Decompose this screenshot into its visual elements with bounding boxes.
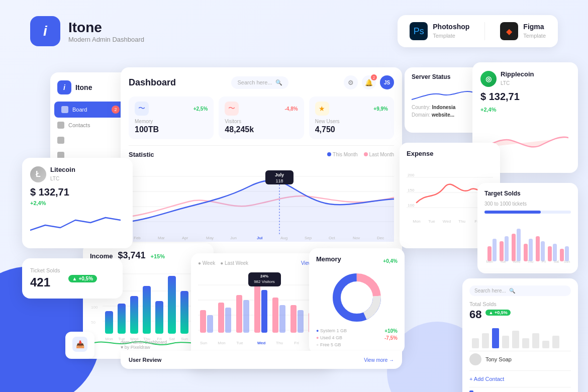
sidebar-logo-icon: i <box>57 80 71 94</box>
notification-icon[interactable]: 🔔 2 <box>362 75 376 89</box>
svg-text:Fri: Fri <box>542 260 546 263</box>
svg-rect-84 <box>236 295 242 333</box>
notif-badge: 2 <box>371 74 377 80</box>
contact-name: Tony Soap <box>485 356 512 362</box>
svg-text:Mon: Mon <box>413 219 421 224</box>
visitors-chart: 24% 982 Visitors Sun Mon Tue Wed Thu Fri… <box>198 270 325 350</box>
svg-rect-86 <box>254 285 260 333</box>
svg-text:Tue: Tue <box>236 341 243 345</box>
svg-text:982 Visitors: 982 Visitors <box>254 279 275 284</box>
svg-rect-66 <box>168 276 176 334</box>
visitors-week-label: ● Week <box>198 260 215 266</box>
svg-text:Feb: Feb <box>134 236 141 240</box>
target-progress-bar <box>484 211 571 214</box>
litecoin-change: +2,4% <box>30 200 125 206</box>
svg-rect-33 <box>493 239 497 261</box>
svg-rect-112 <box>522 338 529 348</box>
svg-rect-92 <box>279 305 285 333</box>
search-placeholder: Search here... <box>237 79 272 85</box>
svg-text:Wed: Wed <box>513 260 520 263</box>
ticket-change: ▲ +0,5% <box>68 275 97 282</box>
users-value: 4,750 <box>315 125 388 134</box>
svg-text:Sat: Sat <box>169 337 175 341</box>
svg-text:Sun: Sun <box>564 260 570 263</box>
users-label: New Users <box>315 119 388 124</box>
avatar[interactable]: JS <box>380 75 394 89</box>
svg-text:118: 118 <box>275 178 283 183</box>
litecoin-icon: Ł <box>30 166 46 182</box>
stat-box-visitors: 〜 -4,8% Visitors 48,245k <box>219 96 304 139</box>
total-solds-search-icon: 🔍 <box>509 288 515 293</box>
svg-rect-114 <box>542 341 549 348</box>
memory-card-change: +0,4% <box>383 258 398 264</box>
visitors-lastweek-label: ● Last Week <box>220 260 248 266</box>
memory-legend-used: ● Used 4 GB -7,5% <box>316 335 398 341</box>
contact-avatar <box>469 353 481 365</box>
stat-box-memory: 〜 +2,5% Memory 100TB <box>129 96 214 139</box>
users-change: +9,9% <box>373 106 388 112</box>
tool-badges: Ps Photoshop Template ◆ Figma Template <box>398 15 558 47</box>
memory-icon: 〜 <box>135 102 149 116</box>
svg-rect-37 <box>517 229 521 261</box>
svg-rect-42 <box>548 246 552 261</box>
user-review-title: User Review <box>129 357 161 363</box>
user-review-bar: User Review View more → <box>121 351 402 369</box>
litecoin-chart <box>30 210 125 235</box>
svg-text:Thu: Thu <box>527 260 533 263</box>
ripple-icon: ◎ <box>480 71 497 87</box>
tool-divider <box>484 22 485 40</box>
statistic-title: Statistic <box>129 151 154 158</box>
svg-text:Sep: Sep <box>305 236 312 240</box>
settings-icon[interactable]: ⚙ <box>344 75 358 89</box>
add-contact-button[interactable]: + Add Contact <box>469 376 504 382</box>
ticket-label: Ticket Solds <box>30 267 60 273</box>
email-stats: 241 Promotion Emails 48 Spam Emails <box>469 387 571 392</box>
memory-card-title: Memory <box>316 255 341 263</box>
svg-rect-67 <box>180 291 188 334</box>
svg-text:Aug: Aug <box>280 236 287 240</box>
footer-icon-card: 📥 <box>65 332 94 359</box>
svg-text:Mar: Mar <box>158 236 165 240</box>
statistic-header: Statistic This Month Last Month <box>129 151 394 158</box>
sidebar-item-board[interactable]: Board 2 <box>54 102 127 118</box>
svg-text:Nov: Nov <box>353 236 360 240</box>
svg-text:100: 100 <box>91 305 98 310</box>
svg-rect-63 <box>130 296 138 334</box>
search-bar[interactable]: Search here... 🔍 <box>231 76 288 89</box>
target-progress-fill <box>484 211 541 214</box>
svg-rect-107 <box>472 338 479 348</box>
income-change: +15% <box>151 253 165 259</box>
svg-text:Wed: Wed <box>443 219 451 224</box>
total-solds-search[interactable]: Search here... 🔍 <box>469 285 571 296</box>
contact-row: Tony Soap <box>469 351 571 367</box>
svg-text:Mon: Mon <box>218 341 226 345</box>
header-icons: ⚙ 🔔 2 JS <box>344 75 394 89</box>
svg-text:50: 50 <box>91 320 95 325</box>
ps-name: Photoshop <box>433 23 469 31</box>
made-by: ♥ by Pixeldraw <box>121 345 167 350</box>
legend-dot-blue <box>327 152 331 156</box>
svg-text:24%: 24% <box>260 274 268 278</box>
user-review-link[interactable]: View more → <box>364 357 394 363</box>
dashboard-header: Dashboard Search here... 🔍 ⚙ 🔔 2 JS <box>129 75 394 89</box>
search-icon: 🔍 <box>275 79 282 86</box>
svg-text:Apr: Apr <box>182 236 188 240</box>
ticket-info: Ticket Solds 421 <box>30 267 60 289</box>
app-name: Itone <box>68 20 144 36</box>
svg-text:Tue: Tue <box>500 260 506 263</box>
svg-rect-64 <box>143 286 151 334</box>
svg-text:May: May <box>206 236 214 240</box>
ticket-value: 421 <box>30 275 60 289</box>
sidebar-item-contacts[interactable]: Contacts <box>50 118 131 133</box>
expense-title: Expense <box>407 150 493 157</box>
dashboard-card: Dashboard Search here... 🔍 ⚙ 🔔 2 JS 〜 +2… <box>121 67 402 258</box>
brand-icon: i <box>30 16 60 46</box>
memory-card: Memory +0,4% ● System 1 GB +10% ● Used 4… <box>309 248 405 354</box>
contacts-icon <box>57 122 64 129</box>
svg-rect-62 <box>118 304 126 334</box>
svg-rect-43 <box>553 244 557 261</box>
svg-text:Tue: Tue <box>428 219 435 224</box>
add-contact-row[interactable]: + Add Contact <box>469 370 571 383</box>
visitors-header: ● Week ● Last Week View more <box>198 260 325 266</box>
ripple-price: $ 132,71 <box>480 91 570 103</box>
